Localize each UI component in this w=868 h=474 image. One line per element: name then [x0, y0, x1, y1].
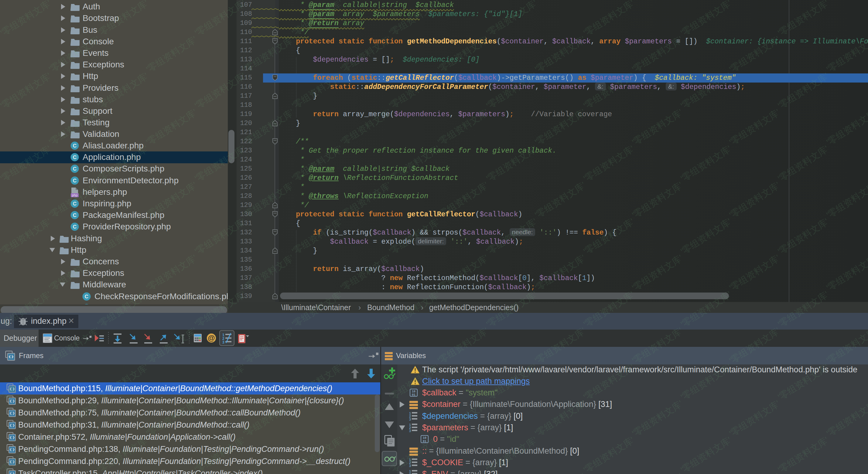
svg-text:C: C — [73, 178, 76, 183]
svg-text:3: 3 — [222, 340, 224, 343]
svg-text:10: 10 — [412, 390, 415, 393]
svg-text:3: 3 — [409, 464, 411, 467]
svg-text:2: 2 — [409, 472, 411, 474]
svg-text:C: C — [73, 201, 76, 207]
svg-text:3: 3 — [409, 429, 411, 432]
svg-text:C: C — [73, 166, 76, 172]
svg-text:10: 10 — [423, 436, 426, 440]
svg-text:php: php — [72, 193, 78, 197]
svg-text:C: C — [73, 143, 76, 149]
svg-text:01: 01 — [423, 440, 426, 443]
svg-text:C: C — [73, 155, 76, 160]
svg-text:3: 3 — [409, 417, 411, 420]
svg-text:C: C — [73, 212, 76, 218]
svg-text:C: C — [73, 224, 76, 230]
svg-text:01: 01 — [412, 393, 415, 397]
svg-text:C: C — [85, 294, 88, 300]
